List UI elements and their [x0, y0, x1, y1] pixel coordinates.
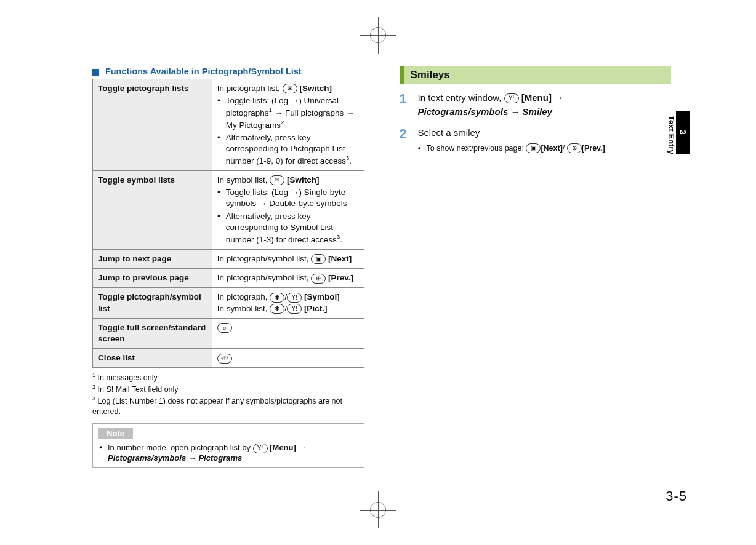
row6-label: Toggle full screen/standard screen	[93, 318, 212, 348]
arrow-icon: →	[188, 453, 196, 463]
y-key-icon: Y!	[253, 444, 268, 453]
call-key-icon: ⌕	[217, 323, 232, 333]
table-row: Jump to next page In pictograph/symbol l…	[93, 249, 364, 268]
step-number-icon: 2	[400, 126, 411, 154]
arrow-icon: →	[291, 95, 299, 106]
row5-body: In pictograph, ✱/Y! [Symbol] In symbol l…	[212, 288, 364, 318]
note-label: Note	[98, 428, 133, 439]
arrow-icon: →	[291, 187, 299, 198]
section-title: Functions Available in Pictograph/Symbol…	[105, 66, 302, 76]
arrow-icon: →	[510, 105, 520, 119]
row1-label: Toggle pictograph lists	[93, 79, 212, 171]
y-key-icon: Y!	[504, 93, 519, 103]
camera-key-icon: ▣	[526, 143, 541, 153]
left-column: Functions Available in Pictograph/Symbol…	[92, 66, 364, 497]
list-item: Toggle lists: (Log →) Single-byte symbol…	[217, 187, 359, 209]
arrow-icon: →	[275, 108, 283, 119]
row5-label: Toggle pictograph/symbol list	[93, 288, 212, 318]
note-item: In number mode, open pictograph list by …	[99, 443, 358, 463]
arrow-icon: →	[298, 443, 306, 452]
row4-body: In pictograph/symbol list, ⊕ [Prev.]	[212, 269, 364, 288]
star-key-icon: ✱	[270, 304, 284, 314]
row2-label: Toggle symbol lists	[93, 171, 212, 250]
step2-sub: To show next/previous page: ▣[Next]/ ⊕[P…	[418, 143, 605, 154]
chapter-tab: 3 Text Entry	[676, 111, 690, 154]
page-number: 3-5	[666, 488, 687, 504]
table-row: Toggle pictograph/symbol list In pictogr…	[93, 288, 364, 318]
arrow-icon: →	[346, 108, 355, 119]
row4-label: Jump to previous page	[93, 269, 212, 288]
row7-label: Close list	[93, 349, 212, 368]
y-key-icon: Y!	[287, 304, 302, 314]
footnote-1: In messages only	[98, 374, 158, 383]
mail-key-icon: ✉	[283, 84, 297, 93]
step2-title: Select a smiley	[418, 127, 480, 138]
smileys-header: Smileys	[400, 66, 672, 84]
row3-body: In pictograph/symbol list, ▣ [Next]	[212, 249, 364, 268]
right-column: Smileys 1 In text entry window, Y! [Menu…	[400, 66, 672, 497]
section-title-row: Functions Available in Pictograph/Symbol…	[92, 66, 364, 76]
list-item: Alternatively, press key corresponding t…	[217, 132, 359, 167]
clear-key-icon: ｸﾘｱ	[217, 354, 232, 364]
camera-key-icon: ▣	[311, 254, 326, 264]
note-box: Note In number mode, open pictograph lis…	[92, 423, 364, 468]
star-key-icon: ✱	[270, 293, 284, 303]
chapter-title: Text Entry	[667, 111, 676, 154]
column-divider	[382, 66, 382, 497]
step-1: 1 In text entry window, Y! [Menu] → Pict…	[400, 91, 672, 119]
table-row: Toggle full screen/standard screen ⌕	[93, 318, 364, 348]
web-key-icon: ⊕	[567, 143, 582, 153]
table-row: Jump to previous page In pictograph/symb…	[93, 269, 364, 288]
mail-key-icon: ✉	[270, 175, 284, 185]
row3-label: Jump to next page	[93, 249, 212, 268]
step-2: 2 Select a smiley To show next/previous …	[400, 126, 672, 154]
table-row: Toggle symbol lists In symbol list, ✉ [S…	[93, 171, 364, 250]
footnotes: 1 In messages only 2 In S! Mail Text fie…	[92, 372, 364, 417]
footnote-2: In S! Mail Text field only	[98, 386, 179, 394]
functions-table: Toggle pictograph lists In pictograph li…	[92, 79, 364, 368]
row6-body: ⌕	[212, 318, 364, 348]
row2-body: In symbol list, ✉ [Switch] Toggle lists:…	[212, 171, 364, 250]
chapter-number: 3	[676, 111, 690, 154]
y-key-icon: Y!	[287, 293, 302, 303]
section-bullet-icon	[92, 69, 99, 76]
row7-body: ｸﾘｱ	[212, 349, 364, 368]
list-item: Toggle lists: (Log →) Universal pictogra…	[217, 95, 359, 131]
arrow-icon: →	[554, 91, 563, 105]
table-row: Toggle pictograph lists In pictograph li…	[93, 79, 364, 171]
web-key-icon: ⊕	[311, 274, 326, 284]
row1-body: In pictograph list, ✉ [Switch] Toggle li…	[212, 79, 364, 171]
table-row: Close list ｸﾘｱ	[93, 349, 364, 368]
footnote-3: Log (List Number 1) does not appear if a…	[92, 397, 342, 416]
step-number-icon: 1	[400, 91, 411, 119]
arrow-icon: →	[259, 198, 267, 209]
list-item: Alternatively, press key corresponding t…	[217, 211, 359, 245]
